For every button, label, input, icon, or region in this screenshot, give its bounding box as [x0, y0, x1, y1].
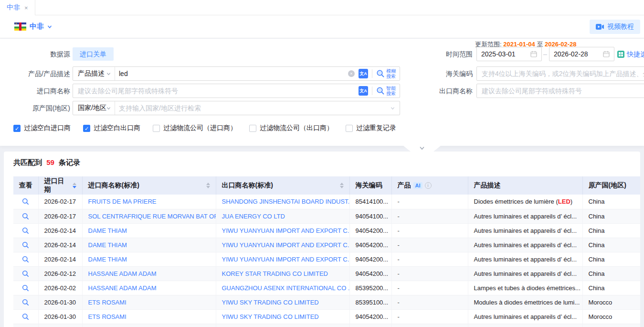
importer-link[interactable]: ETS ROSAMI	[88, 313, 127, 320]
exporter-link[interactable]: YIWU YUANYUAN IMPORT AND EXPORT C...	[222, 241, 350, 249]
column-import-date[interactable]: 进口日期	[38, 176, 82, 195]
exporter-label: 出口商名称	[432, 84, 473, 98]
product-keyword-input[interactable]	[115, 67, 348, 80]
table-row: 2026-02-14 DAME THIAM YIWU YUANYUAN IMPO…	[13, 223, 640, 238]
checkbox-icon[interactable]	[249, 125, 256, 132]
magnifier-icon	[22, 299, 29, 306]
exporter-link[interactable]: YIWU YUANYUAN IMPORT AND EXPORT C...	[222, 256, 350, 263]
exporter-link[interactable]: JUA ENERGY CO LTD	[222, 213, 285, 220]
origin-type-select[interactable]: 国家/地区	[73, 101, 115, 115]
column-exporter[interactable]: 出口商名称(标准)	[216, 176, 349, 195]
importer-link[interactable]: HASSANE ADAM ADAM	[88, 284, 157, 292]
exporter-link[interactable]: SHANDONG JINSHENGTAI BOARD INDUST...	[222, 198, 350, 205]
importer-link[interactable]: FRUITS DE MA PRIERE	[88, 198, 157, 205]
filter-checkbox[interactable]: 过滤物流公司（出口商）	[249, 124, 333, 132]
product-type-select[interactable]: 产品描述	[73, 67, 115, 80]
product-cell: -	[391, 309, 468, 324]
clear-icon[interactable]: ×	[348, 70, 355, 77]
search-form-panel: 更新范围: 2021-01-04 至 2026-02-28 数据源 进口关单 时…	[0, 39, 644, 146]
exporter-name-input[interactable]	[476, 84, 644, 98]
importer-label: 进口商名称	[0, 84, 70, 98]
importer-link[interactable]: DAME THIAM	[88, 256, 127, 263]
view-detail-button[interactable]	[21, 240, 31, 250]
info-circle-icon[interactable]: i	[425, 182, 432, 189]
sort-icon[interactable]	[340, 183, 344, 188]
view-detail-button[interactable]	[21, 254, 31, 264]
column-importer[interactable]: 进口商名称(标准)	[82, 176, 216, 195]
hs-code-cell: 85414100...	[349, 195, 391, 209]
column-product: 产品 AI i	[391, 176, 468, 195]
description-cell: Diodes émettrices de lumière (LED)	[468, 195, 582, 209]
importer-link[interactable]: DAME THIAM	[88, 227, 127, 234]
origin-country-input[interactable]	[115, 101, 391, 115]
fuzzy-search-button[interactable]: 模糊 搜索	[376, 68, 400, 79]
filter-checkbox[interactable]: 过滤空白进口商	[13, 124, 71, 132]
translate-icon[interactable]: 文A	[359, 69, 368, 78]
date-range-separator: –	[543, 47, 547, 61]
table-row: 2026-02-02 HASSANE ADAM ADAM GUANGZHOU A…	[13, 281, 640, 295]
view-detail-button[interactable]	[21, 211, 31, 221]
video-tutorial-label: 视频教程	[607, 22, 634, 31]
origin-country-label: 原产国(地区)	[0, 101, 70, 115]
translate-icon[interactable]: 文A	[359, 86, 368, 96]
datasource-import-declaration-button[interactable]: 进口关单	[73, 47, 114, 61]
importer-link[interactable]: HASSANE ADAM ADAM	[88, 270, 157, 277]
magnifier-icon	[22, 284, 29, 292]
description-cell: Autres luminaires et appareils d’ écl...	[468, 266, 582, 281]
smart-search-button[interactable]: 智能 搜索	[376, 86, 400, 96]
tab-zhongfei[interactable]: 中非 ×	[0, 0, 35, 15]
table-row: 2026-02-14 DAME THIAM YIWU YUANYUAN IMPO…	[13, 238, 640, 252]
description-cell: Lampes et tubes à diodes émettrices...	[468, 281, 582, 295]
view-detail-button[interactable]	[21, 196, 31, 207]
hs-code-cell: 94054100...	[349, 209, 391, 223]
magnifier-icon	[22, 213, 29, 220]
product-cell: -	[391, 281, 468, 295]
hs-code-input[interactable]	[476, 66, 644, 81]
filter-checkbox[interactable]: 过滤重复记录	[346, 124, 396, 132]
view-detail-button[interactable]	[21, 297, 31, 307]
sort-icon[interactable]	[73, 183, 76, 188]
table-row: 2026-02-12 HASSANE ADAM ADAM KOREY STAR …	[13, 266, 640, 281]
product-cell: -	[391, 266, 468, 281]
product-cell: -	[391, 238, 468, 252]
origin-cell	[582, 324, 640, 327]
exporter-link[interactable]: GUANGZHOU ASENX INTERNATIONAL CO ...	[222, 284, 350, 292]
view-detail-button[interactable]	[21, 311, 31, 322]
import-date-cell: 2026-02-02	[38, 281, 82, 295]
importer-link[interactable]: ETS ROSAMI	[88, 299, 127, 306]
video-icon	[596, 24, 604, 30]
sort-icon[interactable]	[206, 183, 210, 188]
origin-cell: China	[582, 281, 640, 295]
hs-code-cell: 85395100...	[349, 295, 391, 309]
checkbox-icon[interactable]	[13, 125, 21, 132]
country-selector[interactable]: 中非	[14, 22, 52, 31]
view-detail-button[interactable]	[21, 225, 31, 236]
filter-checkbox[interactable]: 过滤空白出口商	[83, 124, 140, 132]
origin-cell: Morocco	[582, 295, 640, 309]
exporter-link[interactable]: KOREY STAR TRADING CO LIMITED	[222, 270, 328, 277]
country-name: 中非	[30, 22, 44, 31]
car-flag-icon	[14, 22, 26, 31]
importer-link[interactable]: SOL CENTRAFRIQUE RUE MORVAN BAT OF...	[88, 213, 216, 220]
filter-checkbox[interactable]: 过滤物流公司（进口商）	[153, 124, 237, 132]
end-date-field[interactable]: 2026-02-28	[549, 47, 614, 61]
checkbox-icon[interactable]	[346, 125, 353, 132]
checkbox-icon[interactable]	[83, 125, 90, 132]
import-date-cell: 2026-01-30	[38, 295, 82, 309]
importer-link[interactable]: DAME THIAM	[88, 241, 127, 249]
checkbox-label: 过滤空白出口商	[94, 124, 140, 132]
view-detail-button[interactable]	[21, 268, 31, 279]
exporter-link[interactable]: YIWU SKY TRADING CO LIMITED	[222, 313, 319, 320]
quick-select-button[interactable]: 快捷选择	[617, 47, 644, 61]
video-tutorial-button[interactable]: 视频教程	[590, 20, 640, 34]
close-icon[interactable]: ×	[24, 5, 28, 11]
exporter-link[interactable]: YIWU YUANYUAN IMPORT AND EXPORT C...	[222, 227, 350, 234]
view-detail-button[interactable]	[21, 283, 31, 293]
importer-name-input[interactable]	[73, 84, 359, 98]
origin-cell: China	[582, 209, 640, 223]
importer-search-group: 文A 智能 搜索	[73, 84, 400, 98]
checkbox-icon[interactable]	[153, 125, 160, 132]
exporter-link[interactable]: YIWU SKY TRADING CO LIMITED	[222, 299, 319, 306]
top-bar: 中非 视频教程	[0, 15, 644, 38]
start-date-field[interactable]: 2025-03-01	[476, 47, 542, 61]
